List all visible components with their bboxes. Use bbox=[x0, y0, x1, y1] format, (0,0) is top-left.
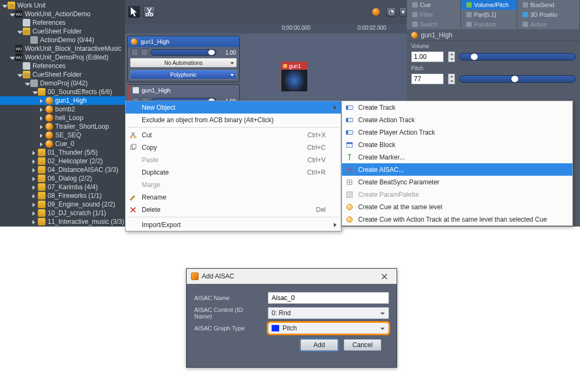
tab-volume-pitch[interactable]: Volume/Pitch bbox=[461, 0, 517, 10]
expand-arrow-icon[interactable] bbox=[32, 158, 38, 164]
menu-item[interactable]: Create Action Track bbox=[342, 114, 572, 126]
cue-header-block[interactable]: gun1_High 1.00 No Automations Polyphonic bbox=[127, 36, 240, 82]
expand-arrow-icon[interactable] bbox=[40, 141, 45, 147]
tree-item[interactable]: 07_Karimba (4/4) bbox=[0, 183, 125, 191]
close-button[interactable] bbox=[376, 270, 392, 282]
cue-volume-slider[interactable] bbox=[150, 49, 216, 56]
tree-item[interactable]: ActionDemo (0/44) bbox=[0, 36, 125, 44]
tree-item[interactable]: Cue_0 bbox=[0, 139, 125, 148]
tree-item[interactable]: DemoProj (0/42) bbox=[0, 79, 125, 88]
menu-item[interactable]: Create Cue at the same level bbox=[342, 201, 572, 213]
tree-item[interactable]: gun1_High bbox=[0, 96, 125, 105]
expand-arrow-icon[interactable] bbox=[32, 219, 38, 224]
pitch-input[interactable] bbox=[411, 74, 444, 84]
expand-arrow-icon[interactable] bbox=[40, 107, 45, 112]
tree-item[interactable]: WorkUnit_ActionDemo bbox=[0, 10, 125, 18]
tree-item[interactable]: Ttrailer_ShortLoop bbox=[0, 122, 125, 131]
pointer-tool-button[interactable] bbox=[128, 6, 140, 18]
cancel-button[interactable]: Cancel bbox=[344, 339, 381, 351]
tree-item[interactable]: CueSheet Folder bbox=[0, 27, 125, 36]
tree-item[interactable]: References bbox=[0, 18, 125, 27]
tree-item[interactable]: SE_SEQ bbox=[0, 131, 125, 139]
expand-arrow-icon[interactable] bbox=[32, 202, 38, 207]
expand-arrow-icon[interactable] bbox=[32, 210, 38, 216]
tree-item[interactable]: CueSheet Folder bbox=[0, 70, 125, 79]
cue-automations-dropdown[interactable]: No Automations bbox=[130, 58, 237, 68]
menu-item[interactable]: CutCtrl+X bbox=[126, 129, 341, 141]
tab-3d[interactable]: 3D Positio bbox=[517, 10, 580, 19]
time-ruler[interactable]: 0:00:00.000 0:00:02.000 bbox=[125, 24, 407, 34]
menu-item[interactable]: Create AISAC... bbox=[342, 163, 572, 176]
expand-arrow-icon[interactable] bbox=[40, 98, 45, 103]
add-button[interactable]: Add bbox=[300, 339, 338, 351]
menu-item[interactable]: DeleteDel bbox=[126, 203, 341, 216]
tab-switch[interactable]: Switch bbox=[407, 19, 461, 29]
expand-arrow-icon[interactable] bbox=[32, 150, 38, 155]
expand-arrow-icon[interactable] bbox=[25, 81, 30, 86]
expand-arrow-icon[interactable] bbox=[32, 89, 38, 95]
tab-cue[interactable]: Cue bbox=[407, 0, 461, 10]
tree-item[interactable]: 10_DJ_scratch (1/1) bbox=[0, 209, 125, 217]
context-menu-new-object[interactable]: Create TrackCreate Action TrackCreate Pl… bbox=[341, 101, 573, 226]
menu-item[interactable]: Create Marker... bbox=[342, 151, 572, 163]
pitch-slider[interactable] bbox=[459, 75, 576, 83]
menu-item[interactable]: Import/Export bbox=[126, 218, 341, 231]
dialog-titlebar[interactable]: Add AISAC bbox=[187, 269, 397, 284]
menu-item[interactable]: New Object bbox=[126, 101, 341, 114]
tab-pan[interactable]: Pan[5.1] bbox=[461, 10, 517, 19]
tree-item[interactable]: bomb2 bbox=[0, 105, 125, 114]
expand-arrow-icon[interactable] bbox=[32, 184, 38, 190]
expand-arrow-icon[interactable] bbox=[32, 193, 38, 198]
tab-bussend[interactable]: BusSend bbox=[517, 0, 580, 10]
cut-tool-button[interactable] bbox=[143, 6, 155, 18]
project-tree[interactable]: Work UnitWorkUnit_ActionDemoReferencesCu… bbox=[0, 0, 125, 227]
menu-item[interactable]: DuplicateCtrl+R bbox=[126, 166, 341, 178]
track-header[interactable]: gun1_High bbox=[129, 85, 239, 96]
tree-item[interactable]: heli_Loop bbox=[0, 114, 125, 122]
toolbar-menu-button[interactable]: ▾ bbox=[399, 7, 407, 17]
expand-arrow-icon[interactable] bbox=[10, 55, 15, 60]
expand-arrow-icon[interactable] bbox=[10, 11, 15, 17]
tree-item[interactable]: Work Unit bbox=[0, 1, 125, 10]
tab-random[interactable]: Random bbox=[461, 19, 517, 29]
menu-item[interactable]: Create Player Action Track bbox=[342, 126, 572, 138]
clock-icon[interactable]: ◔ bbox=[386, 7, 396, 17]
expand-arrow-icon[interactable] bbox=[2, 3, 8, 8]
menu-item[interactable]: Create Cue with Action Track at the same… bbox=[342, 213, 572, 225]
tree-item[interactable]: 08_Fireworks (1/1) bbox=[0, 191, 125, 200]
expand-arrow-icon[interactable] bbox=[17, 72, 23, 77]
menu-item[interactable]: CopyCtrl+C bbox=[126, 141, 341, 154]
param-button[interactable] bbox=[131, 49, 139, 56]
context-menu-main[interactable]: New ObjectExclude an object from ACB bin… bbox=[125, 101, 341, 231]
expand-arrow-icon[interactable] bbox=[17, 29, 23, 34]
volume-slider[interactable] bbox=[459, 53, 576, 61]
volume-input[interactable] bbox=[411, 51, 444, 62]
tree-item[interactable]: 00_SoundEffects (6/6) bbox=[0, 88, 125, 96]
tree-item[interactable]: 02_Helicopter (2/2) bbox=[0, 157, 125, 165]
cue-header[interactable]: gun1_High bbox=[128, 36, 239, 47]
aisac-graph-type-dropdown[interactable]: Pitch bbox=[268, 322, 389, 334]
mute-button[interactable] bbox=[141, 49, 148, 56]
pitch-spinner[interactable] bbox=[448, 74, 455, 84]
tree-item[interactable]: References bbox=[0, 62, 125, 70]
menu-item[interactable]: Create BeatSync Parameter bbox=[342, 176, 572, 188]
menu-item[interactable]: Rename bbox=[126, 191, 341, 203]
menu-item[interactable]: Create Block bbox=[342, 138, 572, 151]
tree-item[interactable]: 09_Engine_sound (2/2) bbox=[0, 200, 125, 209]
menu-item[interactable]: Exclude an object from ACB binary (Alt+C… bbox=[126, 114, 341, 126]
tree-item[interactable]: WorkUnit_Block_IntaractiveMusic bbox=[0, 44, 125, 53]
expand-arrow-icon[interactable] bbox=[32, 176, 38, 181]
tab-filter[interactable]: Filter bbox=[407, 10, 461, 19]
expand-arrow-icon[interactable] bbox=[32, 167, 38, 172]
tree-item[interactable]: 06_Dialog (2/2) bbox=[0, 174, 125, 183]
tree-item[interactable]: 01_Thunder (5/5) bbox=[0, 148, 125, 157]
expand-arrow-icon[interactable] bbox=[40, 132, 45, 138]
clip-header[interactable]: gun1 bbox=[281, 62, 307, 70]
tree-item[interactable]: WorkUnit_DemoProj (Edited) bbox=[0, 53, 125, 62]
aisac-control-dropdown[interactable]: 0: Rnd bbox=[268, 307, 389, 319]
audio-clip[interactable]: gun1 bbox=[281, 62, 308, 91]
expand-arrow-icon[interactable] bbox=[40, 115, 45, 121]
tree-item[interactable]: 04_DistanceAISAC (3/3) bbox=[0, 165, 125, 174]
aisac-name-input[interactable] bbox=[268, 292, 389, 304]
menu-item[interactable]: Create Track bbox=[342, 101, 572, 114]
